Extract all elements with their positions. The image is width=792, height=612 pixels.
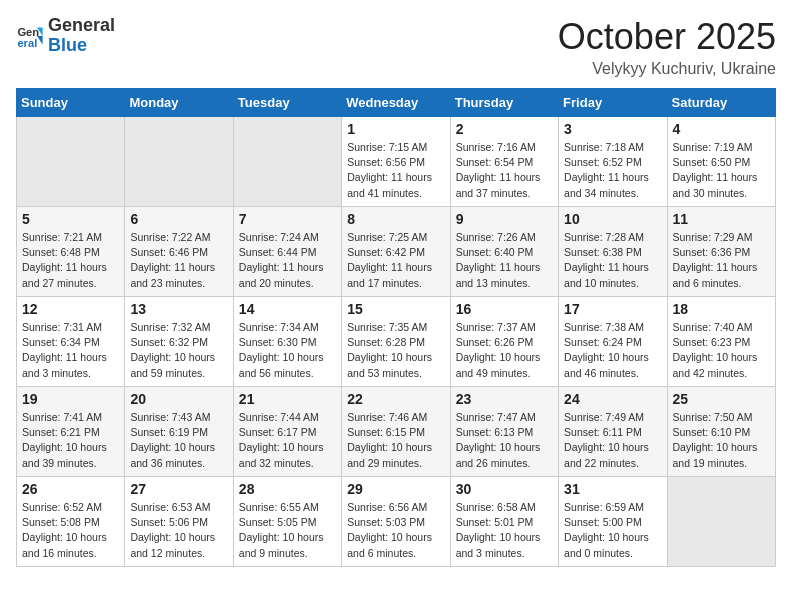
- day-info: Sunrise: 7:29 AM Sunset: 6:36 PM Dayligh…: [673, 230, 770, 291]
- logo-general-text: General: [48, 16, 115, 36]
- day-number: 21: [239, 391, 336, 407]
- day-number: 9: [456, 211, 553, 227]
- weekday-header-thursday: Thursday: [450, 89, 558, 117]
- day-number: 24: [564, 391, 661, 407]
- day-number: 22: [347, 391, 444, 407]
- calendar-cell: 10Sunrise: 7:28 AM Sunset: 6:38 PM Dayli…: [559, 207, 667, 297]
- calendar-cell: 21Sunrise: 7:44 AM Sunset: 6:17 PM Dayli…: [233, 387, 341, 477]
- day-info: Sunrise: 7:19 AM Sunset: 6:50 PM Dayligh…: [673, 140, 770, 201]
- calendar-cell: 12Sunrise: 7:31 AM Sunset: 6:34 PM Dayli…: [17, 297, 125, 387]
- day-info: Sunrise: 6:53 AM Sunset: 5:06 PM Dayligh…: [130, 500, 227, 561]
- day-number: 10: [564, 211, 661, 227]
- location-subtitle: Velykyy Kuchuriv, Ukraine: [558, 60, 776, 78]
- day-info: Sunrise: 7:37 AM Sunset: 6:26 PM Dayligh…: [456, 320, 553, 381]
- day-info: Sunrise: 7:28 AM Sunset: 6:38 PM Dayligh…: [564, 230, 661, 291]
- day-info: Sunrise: 6:59 AM Sunset: 5:00 PM Dayligh…: [564, 500, 661, 561]
- day-info: Sunrise: 6:56 AM Sunset: 5:03 PM Dayligh…: [347, 500, 444, 561]
- day-info: Sunrise: 7:35 AM Sunset: 6:28 PM Dayligh…: [347, 320, 444, 381]
- logo-blue-text: Blue: [48, 36, 115, 56]
- day-info: Sunrise: 7:32 AM Sunset: 6:32 PM Dayligh…: [130, 320, 227, 381]
- weekday-header-sunday: Sunday: [17, 89, 125, 117]
- weekday-header-tuesday: Tuesday: [233, 89, 341, 117]
- calendar-cell: 6Sunrise: 7:22 AM Sunset: 6:46 PM Daylig…: [125, 207, 233, 297]
- day-number: 16: [456, 301, 553, 317]
- svg-text:eral: eral: [17, 37, 37, 49]
- calendar-week-row: 5Sunrise: 7:21 AM Sunset: 6:48 PM Daylig…: [17, 207, 776, 297]
- calendar-cell: 8Sunrise: 7:25 AM Sunset: 6:42 PM Daylig…: [342, 207, 450, 297]
- day-number: 8: [347, 211, 444, 227]
- logo: Gen eral General Blue: [16, 16, 115, 56]
- calendar-week-row: 19Sunrise: 7:41 AM Sunset: 6:21 PM Dayli…: [17, 387, 776, 477]
- day-number: 17: [564, 301, 661, 317]
- day-info: Sunrise: 7:50 AM Sunset: 6:10 PM Dayligh…: [673, 410, 770, 471]
- day-info: Sunrise: 7:38 AM Sunset: 6:24 PM Dayligh…: [564, 320, 661, 381]
- calendar-cell: 28Sunrise: 6:55 AM Sunset: 5:05 PM Dayli…: [233, 477, 341, 567]
- day-number: 15: [347, 301, 444, 317]
- day-number: 26: [22, 481, 119, 497]
- day-info: Sunrise: 6:55 AM Sunset: 5:05 PM Dayligh…: [239, 500, 336, 561]
- calendar-cell: 17Sunrise: 7:38 AM Sunset: 6:24 PM Dayli…: [559, 297, 667, 387]
- weekday-header-saturday: Saturday: [667, 89, 775, 117]
- day-number: 20: [130, 391, 227, 407]
- day-info: Sunrise: 7:40 AM Sunset: 6:23 PM Dayligh…: [673, 320, 770, 381]
- calendar-cell: 23Sunrise: 7:47 AM Sunset: 6:13 PM Dayli…: [450, 387, 558, 477]
- day-info: Sunrise: 6:58 AM Sunset: 5:01 PM Dayligh…: [456, 500, 553, 561]
- calendar-cell: 26Sunrise: 6:52 AM Sunset: 5:08 PM Dayli…: [17, 477, 125, 567]
- day-info: Sunrise: 7:34 AM Sunset: 6:30 PM Dayligh…: [239, 320, 336, 381]
- calendar-cell: 13Sunrise: 7:32 AM Sunset: 6:32 PM Dayli…: [125, 297, 233, 387]
- calendar-cell: 2Sunrise: 7:16 AM Sunset: 6:54 PM Daylig…: [450, 117, 558, 207]
- calendar-cell: 20Sunrise: 7:43 AM Sunset: 6:19 PM Dayli…: [125, 387, 233, 477]
- day-info: Sunrise: 7:31 AM Sunset: 6:34 PM Dayligh…: [22, 320, 119, 381]
- calendar-cell: [233, 117, 341, 207]
- calendar-cell: 16Sunrise: 7:37 AM Sunset: 6:26 PM Dayli…: [450, 297, 558, 387]
- day-number: 29: [347, 481, 444, 497]
- day-info: Sunrise: 6:52 AM Sunset: 5:08 PM Dayligh…: [22, 500, 119, 561]
- day-number: 6: [130, 211, 227, 227]
- day-number: 5: [22, 211, 119, 227]
- calendar-cell: [667, 477, 775, 567]
- weekday-header-monday: Monday: [125, 89, 233, 117]
- day-number: 3: [564, 121, 661, 137]
- calendar-week-row: 12Sunrise: 7:31 AM Sunset: 6:34 PM Dayli…: [17, 297, 776, 387]
- svg-text:Gen: Gen: [17, 26, 39, 38]
- day-number: 2: [456, 121, 553, 137]
- calendar-cell: 30Sunrise: 6:58 AM Sunset: 5:01 PM Dayli…: [450, 477, 558, 567]
- calendar-cell: 25Sunrise: 7:50 AM Sunset: 6:10 PM Dayli…: [667, 387, 775, 477]
- day-info: Sunrise: 7:22 AM Sunset: 6:46 PM Dayligh…: [130, 230, 227, 291]
- day-info: Sunrise: 7:46 AM Sunset: 6:15 PM Dayligh…: [347, 410, 444, 471]
- logo-icon: Gen eral: [16, 22, 44, 50]
- calendar-table: SundayMondayTuesdayWednesdayThursdayFrid…: [16, 88, 776, 567]
- day-info: Sunrise: 7:47 AM Sunset: 6:13 PM Dayligh…: [456, 410, 553, 471]
- day-info: Sunrise: 7:21 AM Sunset: 6:48 PM Dayligh…: [22, 230, 119, 291]
- day-number: 12: [22, 301, 119, 317]
- calendar-cell: 11Sunrise: 7:29 AM Sunset: 6:36 PM Dayli…: [667, 207, 775, 297]
- day-info: Sunrise: 7:43 AM Sunset: 6:19 PM Dayligh…: [130, 410, 227, 471]
- day-info: Sunrise: 7:41 AM Sunset: 6:21 PM Dayligh…: [22, 410, 119, 471]
- day-info: Sunrise: 7:26 AM Sunset: 6:40 PM Dayligh…: [456, 230, 553, 291]
- calendar-cell: 18Sunrise: 7:40 AM Sunset: 6:23 PM Dayli…: [667, 297, 775, 387]
- page-header: Gen eral General Blue October 2025 Velyk…: [16, 16, 776, 78]
- calendar-cell: 14Sunrise: 7:34 AM Sunset: 6:30 PM Dayli…: [233, 297, 341, 387]
- day-number: 13: [130, 301, 227, 317]
- day-number: 27: [130, 481, 227, 497]
- day-number: 18: [673, 301, 770, 317]
- day-info: Sunrise: 7:24 AM Sunset: 6:44 PM Dayligh…: [239, 230, 336, 291]
- calendar-cell: 29Sunrise: 6:56 AM Sunset: 5:03 PM Dayli…: [342, 477, 450, 567]
- day-number: 30: [456, 481, 553, 497]
- day-number: 19: [22, 391, 119, 407]
- day-number: 7: [239, 211, 336, 227]
- title-area: October 2025 Velykyy Kuchuriv, Ukraine: [558, 16, 776, 78]
- weekday-header-friday: Friday: [559, 89, 667, 117]
- day-info: Sunrise: 7:15 AM Sunset: 6:56 PM Dayligh…: [347, 140, 444, 201]
- calendar-cell: 5Sunrise: 7:21 AM Sunset: 6:48 PM Daylig…: [17, 207, 125, 297]
- calendar-cell: [17, 117, 125, 207]
- day-number: 1: [347, 121, 444, 137]
- calendar-cell: 15Sunrise: 7:35 AM Sunset: 6:28 PM Dayli…: [342, 297, 450, 387]
- calendar-cell: 7Sunrise: 7:24 AM Sunset: 6:44 PM Daylig…: [233, 207, 341, 297]
- calendar-week-row: 1Sunrise: 7:15 AM Sunset: 6:56 PM Daylig…: [17, 117, 776, 207]
- calendar-cell: 4Sunrise: 7:19 AM Sunset: 6:50 PM Daylig…: [667, 117, 775, 207]
- calendar-cell: 24Sunrise: 7:49 AM Sunset: 6:11 PM Dayli…: [559, 387, 667, 477]
- day-info: Sunrise: 7:18 AM Sunset: 6:52 PM Dayligh…: [564, 140, 661, 201]
- calendar-week-row: 26Sunrise: 6:52 AM Sunset: 5:08 PM Dayli…: [17, 477, 776, 567]
- weekday-header-row: SundayMondayTuesdayWednesdayThursdayFrid…: [17, 89, 776, 117]
